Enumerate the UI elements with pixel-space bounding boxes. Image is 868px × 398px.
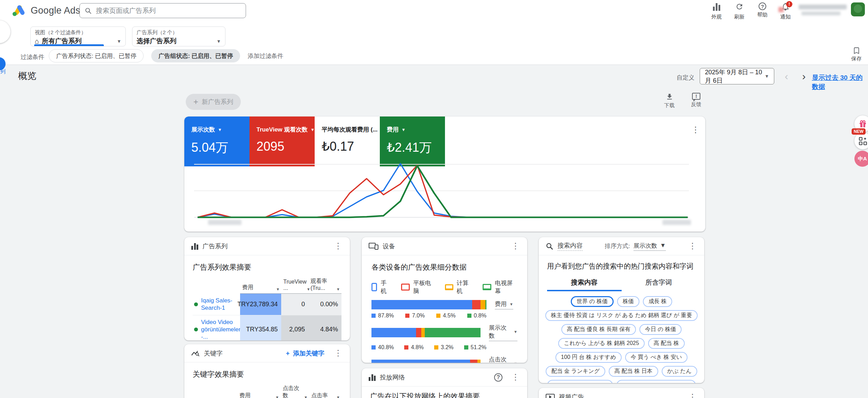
date-prev-button[interactable]: ‹ bbox=[780, 70, 793, 83]
bar-metric-dropdown[interactable]: 费用▼ bbox=[495, 300, 513, 309]
stacked-bar bbox=[371, 300, 486, 309]
color-swatch bbox=[467, 314, 471, 318]
color-swatch bbox=[404, 345, 408, 350]
more-options-icon[interactable]: ⋮ bbox=[688, 392, 697, 398]
search-term-chip[interactable]: 100 円 台 株 おすすめ bbox=[555, 352, 622, 363]
topbar-action-label: 帮助 bbox=[757, 12, 768, 18]
search-terms-card-title: 搜索内容 bbox=[558, 241, 583, 251]
bar-segment bbox=[371, 328, 416, 337]
refresh-icon bbox=[735, 2, 744, 12]
topbar-action-外观[interactable]: 外观 bbox=[707, 2, 726, 20]
keywords-card-title: 关键字 bbox=[204, 349, 223, 358]
percentage-item: 87.8% bbox=[371, 313, 394, 319]
download-button[interactable]: 下载 bbox=[660, 93, 679, 109]
tab-search-terms[interactable]: 搜索内容 bbox=[547, 275, 622, 291]
search-term-chip[interactable]: 高 配当 株 bbox=[648, 338, 685, 349]
chip-partial bbox=[616, 380, 696, 383]
column-header[interactable]: 观看率 (Tru...▼ bbox=[308, 278, 341, 294]
grid-extension-button[interactable]: ✦ bbox=[854, 133, 868, 149]
date-range-picker[interactable]: 2025年 9月 8日 – 10月 6日 ▼ bbox=[700, 68, 774, 84]
row-name-link[interactable]: Iqaig Sales-Search-1 bbox=[201, 297, 239, 312]
table-header: 费用▼TrueView ...▼观看率 (Tru...▼ bbox=[193, 278, 341, 294]
sort-by-dropdown[interactable]: 展示次数 ▼ bbox=[633, 242, 666, 251]
chevron-down-icon: ▼ bbox=[514, 361, 517, 363]
search-term-chip[interactable]: 世界 の 株価 bbox=[571, 296, 614, 307]
chevron-down-icon: ▼ bbox=[218, 127, 222, 132]
search-term-chip[interactable]: かぶ たん bbox=[662, 366, 697, 377]
search-term-chip[interactable]: 高 配当 株 日本 bbox=[609, 366, 658, 377]
chip-partial bbox=[547, 380, 613, 383]
search-term-chip[interactable]: 株主 優待 投資 は リスク が ある ため 銘柄 選び が 重要 bbox=[545, 310, 698, 321]
more-options-icon[interactable]: ⋮ bbox=[511, 373, 520, 382]
global-search[interactable] bbox=[79, 3, 246, 18]
more-options-icon[interactable]: ⋮ bbox=[688, 241, 697, 251]
column-header[interactable]: 点击次数▼ bbox=[281, 385, 309, 398]
keywords-icon bbox=[191, 350, 200, 357]
save-label: 保存 bbox=[851, 55, 862, 62]
row-name-link[interactable]: Video Video görüntülemeleri -... bbox=[201, 318, 242, 341]
filter-chip[interactable]: 广告系列状态: 已启用、已暂停 bbox=[49, 49, 144, 62]
metric-label: 费用▼ bbox=[387, 126, 445, 134]
column-header[interactable]: TrueView ...▼ bbox=[281, 278, 308, 294]
google-ads-logo[interactable]: Google Ads bbox=[12, 4, 80, 17]
search-term-chips: 世界 の 株価株価成長 株株主 優待 投資 は リスク が ある ため 銘柄 選… bbox=[547, 296, 696, 377]
device-icon bbox=[371, 283, 377, 291]
percentage-item: 3.2% bbox=[434, 344, 453, 351]
translate-extension-button[interactable]: 中A bbox=[854, 151, 868, 167]
tab-included-words[interactable]: 所含字词 bbox=[622, 275, 696, 291]
search-term-chip[interactable]: これから 上がる 株 銘柄 2025 bbox=[558, 338, 645, 349]
percentage-item: 4.8% bbox=[404, 344, 423, 351]
keywords-table: 费用▼点击次数▼点击率▼株式投資TRY14,428.7345113.05% bbox=[193, 385, 341, 398]
topbar-action-帮助[interactable]: ?帮助 bbox=[753, 2, 772, 20]
bar-segment bbox=[485, 300, 486, 309]
color-swatch bbox=[434, 345, 438, 350]
search-term-chip[interactable]: 配当 金 ランキング bbox=[546, 366, 605, 377]
performance-line-chart bbox=[194, 156, 696, 224]
search-term-chip[interactable]: 今 買う べき 株 安い bbox=[625, 352, 688, 363]
search-input[interactable] bbox=[96, 7, 241, 15]
bar-chart-icon bbox=[369, 374, 376, 381]
column-header[interactable]: 费用▼ bbox=[237, 385, 281, 398]
add-filter-button[interactable]: 添加过滤条件 bbox=[248, 52, 283, 60]
row-value-cell: 0.00% bbox=[308, 294, 341, 315]
bar-chart-icon bbox=[191, 243, 198, 250]
search-term-chip[interactable]: 今日 の 株価 bbox=[639, 324, 682, 335]
column-header[interactable]: 费用▼ bbox=[240, 278, 281, 294]
search-term-chip[interactable]: 株価 bbox=[617, 296, 639, 307]
chart-card-menu[interactable]: ⋮ bbox=[691, 125, 700, 135]
x-axis-label-blur-right bbox=[662, 220, 691, 225]
legend-item-电视屏幕: 电视屏幕 bbox=[483, 279, 517, 295]
help-icon[interactable]: ? bbox=[494, 373, 502, 382]
new-campaign-button[interactable]: + 新广告系列 bbox=[186, 94, 241, 110]
grid-sparkle-icon: ✦ bbox=[859, 137, 867, 145]
bar-metric-dropdown[interactable]: 点击次数▼ bbox=[489, 355, 517, 363]
devices-card: 设备 ⋮ 各类设备的广告效果细分数据 手机平板电脑计算机电视屏幕 费用▼87.8… bbox=[362, 237, 527, 363]
search-term-chip[interactable]: 成長 株 bbox=[643, 296, 672, 307]
sort-by-value: 展示次数 bbox=[633, 242, 657, 250]
percentage-item: 40.8% bbox=[371, 344, 394, 351]
column-header[interactable]: 点击率▼ bbox=[309, 385, 341, 398]
table-row: Video Video görüntülemeleri -...TRY354.8… bbox=[193, 315, 341, 341]
bar-metric-dropdown[interactable]: 展示次数▼ bbox=[489, 324, 517, 341]
campaigns-card-title: 广告系列 bbox=[202, 242, 228, 250]
campaign-selector[interactable]: 广告系列（2 个） 选择广告系列 ▼ bbox=[132, 27, 225, 46]
more-options-icon[interactable]: ⋮ bbox=[511, 241, 520, 251]
save-button[interactable]: 保存 bbox=[848, 47, 865, 62]
video-ad-icon bbox=[546, 394, 555, 398]
topbar-action-刷新[interactable]: 刷新 bbox=[730, 2, 749, 20]
feedback-button[interactable]: ! 反馈 bbox=[686, 93, 706, 108]
avatar[interactable] bbox=[851, 2, 865, 16]
account-id-blur bbox=[801, 12, 840, 15]
percentage-item: 51.2% bbox=[464, 344, 486, 351]
add-keywords-link[interactable]: + 添加关键字 bbox=[286, 349, 324, 358]
search-icon bbox=[546, 242, 553, 250]
search-term-chip[interactable]: 高 配当 優良 株 長期 保有 bbox=[561, 324, 636, 335]
chevron-down-icon: ▼ bbox=[509, 302, 513, 306]
view-selector[interactable]: 视图（2 个过滤条件） ⌂ 所有广告系列 ▼ bbox=[30, 27, 126, 46]
more-options-icon[interactable]: ⋮ bbox=[333, 348, 343, 358]
chip-row: これから 上がる 株 銘柄 2025高 配当 株 bbox=[547, 338, 696, 349]
date-next-button[interactable]: › bbox=[797, 70, 811, 83]
filter-chip[interactable]: 广告组状态: 已启用、已暂停 bbox=[151, 49, 240, 62]
more-options-icon[interactable]: ⋮ bbox=[333, 241, 343, 251]
show-last-30-days-link[interactable]: 显示过去 30 天的数据 bbox=[812, 73, 868, 91]
